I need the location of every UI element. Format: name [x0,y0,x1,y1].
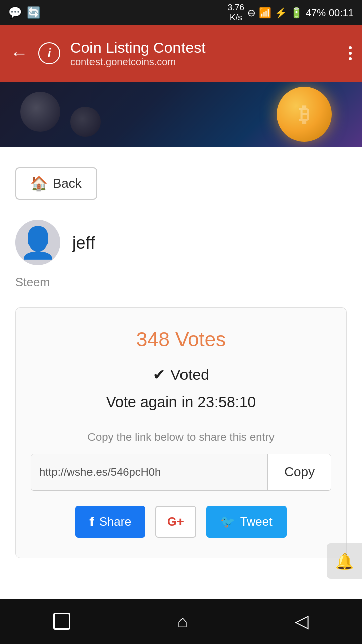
hero-bitcoin-coin: ₿ [277,87,332,142]
facebook-share-button[interactable]: f Share [75,506,145,538]
signal-icon: 📶 [259,7,272,19]
toolbar-title-block: Coin Listing Contest contest.gonetcoins.… [70,39,339,68]
googleplus-label: G+ [167,515,184,529]
vote-card: 348 Votes ✔ Voted Vote again in 23:58:10… [15,307,347,558]
voted-status: ✔ Voted [31,366,331,383]
twitter-tweet-button[interactable]: 🐦 Tweet [206,506,287,538]
vote-timer: Vote again in 23:58:10 [31,393,331,411]
vote-count: 348 Votes [31,328,331,351]
home-nav-button[interactable]: ⌂ [167,606,198,637]
toolbar: ← i Coin Listing Contest contest.gonetco… [0,25,362,82]
avatar-person-icon: 👤 [19,225,57,261]
share-link-row: Copy [31,454,331,491]
time-display: 00:11 [329,7,354,19]
recent-apps-button[interactable] [43,608,80,635]
username: jeff [72,233,95,253]
no-sim-icon: ⊖ [247,7,256,19]
recent-apps-icon [53,613,70,630]
bottom-nav: ⌂ ◁ [0,599,362,644]
status-bar: 💬 🔄 3.76 K/s ⊖ 📶 ⚡ 🔋 47% 00:11 [0,0,362,25]
refresh-icon: 🔄 [27,6,40,19]
home-icon: 🏠 [30,175,48,192]
toolbar-subtitle: contest.gonetcoins.com [70,56,339,68]
facebook-icon: f [89,514,94,530]
back-icon[interactable]: ← [10,43,28,64]
back-nav-button[interactable]: ◁ [285,606,319,637]
main-content: 🏠 Back 👤 jeff Steem 348 Votes ✔ Voted Vo… [0,147,362,599]
voted-label: Voted [170,366,209,383]
back-nav-icon: ◁ [295,611,309,631]
network-icon: ⚡ [275,7,287,19]
battery-icon: 🔋 [290,7,303,19]
home-nav-icon: ⌂ [177,612,188,631]
share-link-input[interactable] [31,454,267,490]
coin-name: Steem [15,275,347,289]
toolbar-title: Coin Listing Contest [70,39,339,56]
hero-banner: ₿ [0,82,362,147]
status-bar-left: 💬 🔄 [8,6,40,19]
back-button-label: Back [53,176,82,191]
info-icon[interactable]: i [38,42,60,64]
user-section: 👤 jeff [15,220,347,265]
status-bar-right: 3.76 K/s ⊖ 📶 ⚡ 🔋 47% 00:11 [228,3,354,23]
twitter-icon: 🐦 [220,515,235,529]
hero-dark-coin-2 [70,107,101,137]
back-button[interactable]: 🏠 Back [15,167,97,200]
overflow-menu-icon[interactable] [349,46,352,60]
checkmark-icon: ✔ [153,366,165,383]
copy-button[interactable]: Copy [267,454,331,490]
watermark: 🔔 [327,543,362,579]
avatar: 👤 [15,220,60,265]
whatsapp-icon: 💬 [8,6,22,19]
social-buttons: f Share G+ 🐦 Tweet [31,506,331,538]
googleplus-button[interactable]: G+ [155,506,196,538]
share-instruction: Copy the link below to share this entry [31,431,331,444]
network-speed: 3.76 K/s [228,3,244,23]
hero-dark-coin-1 [20,92,60,132]
facebook-share-label: Share [99,515,131,529]
battery-percent: 47% [306,7,326,19]
twitter-tweet-label: Tweet [240,515,273,529]
